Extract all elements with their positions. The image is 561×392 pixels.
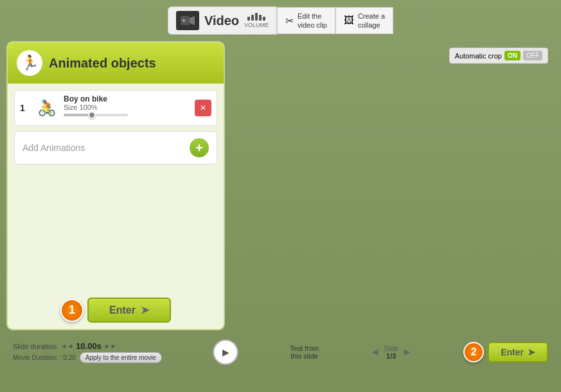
collage-icon: 🖼 <box>344 15 354 26</box>
prev-prev-arrow[interactable]: ◄◄ <box>60 343 73 350</box>
main-container: Video VOLUME ✂ Edit thevideo clip 🖼 Crea… <box>0 0 561 392</box>
vol-bar-2 <box>251 15 254 21</box>
prev-slide-button[interactable]: ◄ <box>370 346 380 358</box>
object-name: Boy on bike <box>64 94 190 103</box>
bottom-enter-button[interactable]: Enter ➤ <box>488 342 548 362</box>
edit-video-button[interactable]: ✂ Edit thevideo clip <box>277 7 335 35</box>
vol-bar-1 <box>247 17 250 21</box>
slide-duration-area: Slide duration: ◄◄ 10.00s ►► Movie Durat… <box>13 341 162 363</box>
panel-body: 1 🚴 Boy on bike Size 100% <box>8 84 224 329</box>
nav-arrows-right: ►► <box>104 343 117 350</box>
next-slide-button[interactable]: ► <box>402 346 413 358</box>
nav-arrows-left: ◄◄ <box>60 343 73 350</box>
object-number: 1 <box>20 103 30 113</box>
scissors-icon: ✂ <box>285 15 294 27</box>
object-size: Size 100% <box>64 103 98 111</box>
object-details: Boy on bike Size 100% <box>64 94 190 121</box>
test-from-label: Test fromthis slide <box>290 344 319 360</box>
create-collage-button[interactable]: 🖼 Create acollage <box>335 7 393 35</box>
slide-info: Slide 1/3 <box>384 345 398 360</box>
collage-label: Create acollage <box>358 12 385 30</box>
panel-enter-area: 1 Enter ➤ <box>60 298 171 323</box>
panel-header-icon: 🏃 <box>17 50 42 76</box>
enter-badge-2: 2 <box>463 342 484 362</box>
bottom-bar: Slide duration: ◄◄ 10.00s ►► Movie Durat… <box>6 330 555 369</box>
left-panel: 🏃 Animated objects 1 🚴 Boy on bike Size … <box>6 41 225 330</box>
size-slider[interactable] <box>64 114 128 116</box>
size-slider-thumb <box>88 111 96 119</box>
add-animation-button[interactable]: + <box>190 138 209 157</box>
panel-title: Animated objects <box>49 56 156 71</box>
add-animations-row: Add Animations + <box>14 131 217 165</box>
size-slider-fill <box>64 114 89 116</box>
duration-value: 10.00s <box>76 341 102 351</box>
delete-object-button[interactable]: ✕ <box>195 100 211 116</box>
slide-duration-row: Slide duration: ◄◄ 10.00s ►► <box>13 341 117 351</box>
slide-nav-area: ◄ Slide 1/3 ► <box>370 345 413 360</box>
video-label: Video <box>204 13 239 28</box>
panel-enter-label: Enter <box>109 305 136 316</box>
bottom-enter-area: 2 Enter ➤ <box>463 342 548 362</box>
volume-area: VOLUME <box>244 13 269 28</box>
object-row: 1 🚴 Boy on bike Size 100% <box>14 90 217 126</box>
autocrop-button[interactable]: Automatic crop ON OFF <box>449 48 548 64</box>
panel-header: 🏃 Animated objects <box>8 42 224 84</box>
bottom-enter-arrow: ➤ <box>528 347 535 357</box>
size-slider-container: Size 100% <box>64 103 190 111</box>
top-bar: Video VOLUME ✂ Edit thevideo clip 🖼 Crea… <box>6 6 555 35</box>
movie-duration: Movie Duration: : 0:20 <box>13 354 76 361</box>
volume-label: VOLUME <box>244 22 269 28</box>
vol-bar-5 <box>263 17 265 21</box>
edit-video-label: Edit thevideo clip <box>298 12 327 30</box>
autocrop-on[interactable]: ON <box>504 51 521 60</box>
add-animations-label: Add Animations <box>22 143 85 153</box>
slide-num: 1/3 <box>384 352 398 360</box>
video-icon <box>176 11 199 30</box>
autocrop-area: Automatic crop ON OFF <box>449 48 548 64</box>
panel-enter-button[interactable]: Enter ➤ <box>87 298 171 323</box>
content-area: 🏃 Animated objects 1 🚴 Boy on bike Size … <box>6 41 555 330</box>
vol-bar-3 <box>255 13 258 21</box>
video-section: Video VOLUME <box>168 6 277 35</box>
autocrop-label: Automatic crop <box>455 52 502 60</box>
autocrop-off[interactable]: OFF <box>523 51 542 60</box>
play-button[interactable]: ▶ <box>213 339 238 365</box>
volume-bars <box>247 13 265 21</box>
object-image: 🚴 <box>35 96 58 120</box>
enter-arrow-icon: ➤ <box>141 304 149 316</box>
slide-duration-label: Slide duration: <box>13 343 58 350</box>
video-preview-area: 🚴 Automatic crop ON OFF <box>231 41 555 330</box>
enter-badge-1: 1 <box>60 299 84 322</box>
apply-entire-movie-button[interactable]: Apply to the entire movie <box>80 352 162 363</box>
svg-marker-1 <box>190 16 195 25</box>
vol-bar-4 <box>259 15 262 21</box>
next-next-arrow[interactable]: ►► <box>104 343 117 350</box>
svg-point-2 <box>183 19 185 22</box>
test-slide-area: Test fromthis slide <box>290 344 319 360</box>
bottom-enter-label: Enter <box>501 347 524 357</box>
slide-label: Slide <box>384 345 398 352</box>
